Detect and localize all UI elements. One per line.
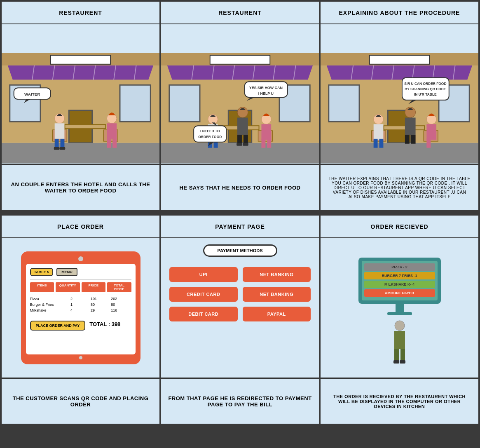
- waiter-figure: [387, 319, 412, 365]
- row-separator: [2, 211, 478, 214]
- net-banking-button-1[interactable]: NET BANKING: [243, 267, 311, 282]
- panel-title-5: PAYMENT PAGE: [161, 216, 319, 238]
- svg-text:YES SIR HOW CAN: YES SIR HOW CAN: [249, 86, 283, 90]
- svg-rect-102: [405, 117, 416, 135]
- debit-card-button[interactable]: DEBIT CARD: [169, 307, 238, 321]
- scene-1: WAITER: [2, 24, 159, 164]
- svg-rect-104: [411, 135, 416, 144]
- order-row-1: Pizza 2 101 202: [30, 296, 131, 302]
- monitor-screen: PIZZA - 2 BURGER 7 FRIES -1 MILKSHAKE K-…: [362, 261, 438, 300]
- svg-point-110: [395, 321, 405, 331]
- monitor-base: [387, 312, 412, 315]
- table-number-badge: TABLE 5: [30, 268, 54, 276]
- restaurant-scene-1: WAITER: [2, 24, 159, 164]
- svg-text:IN U'R TABLE: IN U'R TABLE: [414, 92, 437, 96]
- item-name-3: Milkshake: [30, 308, 70, 312]
- panel-caption-4: THE CUSTOMER SCANS QR CODE AND PLACING O…: [2, 378, 159, 424]
- svg-rect-57: [261, 124, 271, 140]
- svg-rect-16: [65, 124, 105, 129]
- svg-rect-112: [394, 349, 399, 361]
- header-qty: QUANTITY: [56, 282, 80, 292]
- panel-row2-col3: ORDER RECIEVED PIZZA - 2 BURGER 7 FRIES …: [321, 216, 478, 424]
- tablet-top-bar: TABLE 5 MENU: [30, 268, 131, 276]
- svg-text:I HELP U: I HELP U: [258, 91, 274, 96]
- tablet-screen: TABLE 5 MENU ITENS QUANTITY PRICE TOTAL …: [26, 264, 136, 354]
- tablet-camera: [78, 256, 83, 261]
- svg-rect-95: [374, 124, 384, 140]
- svg-marker-78: [327, 66, 472, 80]
- panel-caption-3: THE WAITER EXPLAINS THAT THERE IS A QR C…: [321, 164, 478, 210]
- svg-rect-86: [329, 85, 359, 122]
- svg-rect-96: [374, 139, 378, 148]
- item-total-2: 80: [111, 303, 131, 307]
- svg-rect-115: [400, 360, 405, 364]
- item-total-1: 202: [111, 297, 131, 301]
- panel-caption-5: FROM THAT PAGE HE IS REDIRECTED TO PAYME…: [161, 378, 319, 424]
- item-qty-1: 2: [70, 297, 91, 301]
- svg-rect-15: [2, 143, 159, 163]
- item-name-1: Pizza: [30, 297, 70, 301]
- header-items: ITENS: [30, 282, 54, 292]
- monitor-item-1: PIZZA - 2: [364, 263, 435, 271]
- tablet-device: TABLE 5 MENU ITENS QUANTITY PRICE TOTAL …: [21, 251, 140, 364]
- svg-rect-24: [54, 147, 60, 150]
- panel-row1-col3: EXPLAINING ABOUT THE PROCEDURE: [321, 2, 478, 210]
- order-total: TOTAL : 398: [89, 321, 120, 327]
- svg-marker-3: [8, 66, 153, 80]
- svg-rect-12: [120, 85, 150, 122]
- scene-payment: PAYMENT METHODS UPI NET BANKING CREDIT C…: [161, 238, 319, 378]
- restaurant-scene-2: YES SIR HOW CAN I HELP U I NEEED TO ORDE…: [161, 24, 319, 164]
- svg-rect-25: [60, 147, 66, 150]
- divider-2: [30, 295, 131, 295]
- svg-text:I NEEED TO: I NEEED TO: [200, 129, 220, 133]
- panel-row2-col1: PLACE ORDER TABLE 5 MENU ITENS QUANTITY …: [2, 216, 159, 424]
- waiter-svg: [387, 319, 412, 365]
- svg-rect-43: [210, 55, 270, 64]
- item-price-3: 29: [91, 308, 111, 312]
- panel-title-2: RESTAURENT: [161, 2, 319, 24]
- panel-title-1: RESTAURENT: [2, 2, 159, 24]
- svg-rect-111: [394, 331, 405, 349]
- svg-rect-27: [107, 123, 117, 139]
- panel-title-6: ORDER RECIEVED: [321, 216, 478, 238]
- item-price-1: 101: [91, 297, 111, 301]
- svg-rect-23: [61, 139, 65, 148]
- svg-marker-36: [167, 66, 313, 80]
- svg-rect-17: [81, 129, 84, 141]
- order-row-2: Burger & Fries 1 80 80: [30, 302, 131, 307]
- svg-rect-63: [244, 135, 248, 144]
- payment-grid: UPI NET BANKING CREDIT CARD NET BANKING …: [161, 263, 319, 326]
- svg-rect-61: [237, 117, 248, 135]
- upi-button[interactable]: UPI: [169, 267, 238, 282]
- panel-caption-2: HE SAYS THAT HE NEEDS TO ORDER FOOD: [161, 164, 319, 210]
- svg-rect-113: [400, 349, 405, 361]
- header-total: TOTAL PRICE: [107, 282, 131, 292]
- order-table-header: ITENS QUANTITY PRICE TOTAL PRICE: [30, 282, 131, 292]
- item-qty-3: 4: [70, 308, 91, 312]
- item-qty-2: 1: [70, 303, 91, 307]
- svg-rect-64: [236, 143, 242, 146]
- panel-row1-col2: RESTAURENT: [161, 2, 319, 210]
- monitor-stand: [396, 304, 404, 312]
- scene-place-order: TABLE 5 MENU ITENS QUANTITY PRICE TOTAL …: [2, 238, 159, 378]
- item-price-2: 80: [91, 303, 111, 307]
- svg-rect-47: [161, 143, 319, 163]
- kitchen-monitor: PIZZA - 2 BURGER 7 FRIES -1 MILKSHAKE K-…: [358, 258, 441, 304]
- panel-title-4: PLACE ORDER: [2, 216, 159, 238]
- svg-text:BY SCANNING QR CODE: BY SCANNING QR CODE: [405, 87, 446, 91]
- svg-rect-62: [237, 135, 242, 144]
- svg-rect-100: [426, 139, 431, 148]
- menu-button[interactable]: MENU: [56, 268, 77, 276]
- panel-row1-col1: RESTAURENT: [2, 2, 159, 210]
- svg-rect-90: [384, 126, 424, 130]
- svg-rect-44: [169, 85, 200, 122]
- panel-row2-col2: PAYMENT PAGE PAYMENT METHODS UPI NET BAN…: [161, 216, 319, 424]
- svg-rect-89: [321, 143, 478, 163]
- net-banking-button-2[interactable]: NET BANKING: [243, 287, 311, 302]
- credit-card-button[interactable]: CREDIT CARD: [169, 287, 238, 302]
- svg-rect-114: [393, 360, 399, 364]
- paypal-button[interactable]: PAYPAL: [243, 307, 311, 321]
- place-order-pay-button[interactable]: PLACE ORDER AND PAY: [30, 321, 86, 331]
- svg-rect-10: [51, 55, 110, 64]
- svg-text:SIR U CAN ORDER FOOD: SIR U CAN ORDER FOOD: [404, 82, 446, 86]
